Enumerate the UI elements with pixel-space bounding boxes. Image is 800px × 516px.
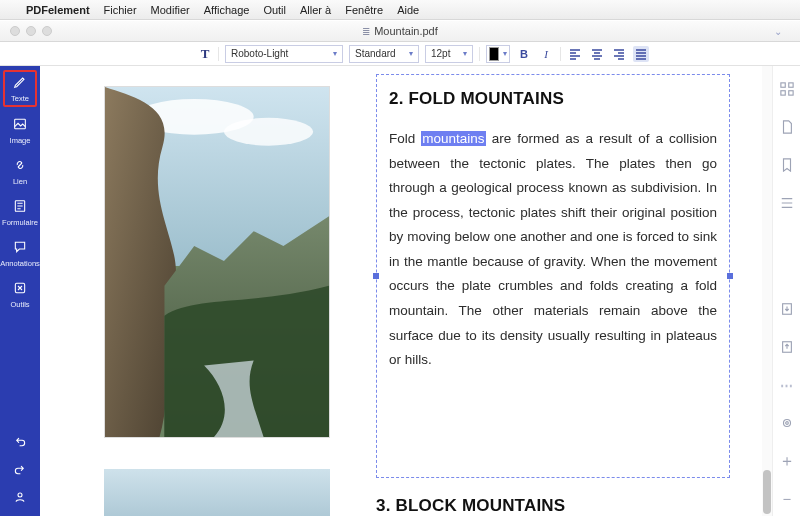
image-icon [12,116,28,135]
resize-handle-right[interactable] [727,273,733,279]
heading-number: 2. [389,89,404,108]
list-icon[interactable] [780,196,794,210]
app-name[interactable]: PDFelement [26,4,90,16]
menu-aller-a[interactable]: Aller à [300,4,331,16]
settings-icon[interactable] [780,416,794,430]
window-title: Mountain.pdf [374,25,438,37]
menu-aide[interactable]: Aide [397,4,419,16]
document-image-mountain [104,86,330,438]
bookmark-icon[interactable] [780,158,794,172]
font-size-select[interactable]: 12pt ▾ [425,45,473,63]
align-justify-button[interactable] [633,46,649,62]
window-close-button[interactable] [10,26,20,36]
selected-text: mountains [421,131,485,146]
svg-point-11 [785,422,788,425]
bold-button[interactable]: B [516,46,532,62]
svg-point-14 [224,118,313,146]
svg-rect-0 [15,119,26,128]
window-titlebar: ≣ Mountain.pdf ⌄ [0,20,800,42]
svg-point-3 [18,493,22,497]
font-family-value: Roboto-Light [231,48,288,59]
sidebar-label: Lien [13,177,27,186]
body-paragraph[interactable]: Fold mountains are formed as a result of… [389,127,717,373]
scrollbar-thumb[interactable] [763,470,771,514]
comment-icon [12,239,28,258]
menu-outil[interactable]: Outil [263,4,286,16]
sidebar-label: Image [10,136,31,145]
heading-number: 3. [376,496,391,515]
minus-icon[interactable]: － [780,492,794,506]
tools-icon [12,280,28,299]
color-swatch-icon [489,47,499,61]
svg-rect-4 [780,83,784,87]
text-edit-frame[interactable]: 2. FOLD MOUNTAINS Fold mountains are for… [376,74,730,478]
para-text: Fold [389,131,421,146]
sidebar-label: Annotations [0,259,40,268]
document-dirty-icon: ≣ [362,26,370,37]
menu-fichier[interactable]: Fichier [104,4,137,16]
format-toolbar: T Roboto-Light ▾ Standard ▾ 12pt ▾ ▾ B I [0,42,800,66]
svg-rect-6 [780,91,784,95]
align-center-button[interactable] [589,46,605,62]
window-minimize-button[interactable] [26,26,36,36]
sidebar-label: Outils [10,300,29,309]
chevron-down-icon: ▾ [333,49,337,58]
svg-point-10 [783,420,790,427]
page-icon[interactable] [780,120,794,134]
italic-button[interactable]: I [538,46,554,62]
info-icon[interactable]: ⋯ [780,378,794,392]
redo-button[interactable] [2,458,38,480]
para-text: are formed as a result of a collision be… [389,131,717,367]
left-sidebar: Texte Image Lien Formulaire Annotations … [0,66,40,516]
pencil-icon [12,74,28,93]
window-traffic-lights [10,26,52,36]
menu-affichage[interactable]: Affichage [204,4,250,16]
heading-text: FOLD MOUNTAINS [409,89,564,108]
pdf-page[interactable]: 2. FOLD MOUNTAINS Fold mountains are for… [40,66,772,516]
toolbar-divider [218,47,219,61]
toolbar-divider [560,47,561,61]
mac-menubar: PDFelement Fichier Modifier Affichage Ou… [0,0,800,20]
text-tool-icon[interactable]: T [198,46,212,62]
align-right-button[interactable] [611,46,627,62]
heading-text: BLOCK MOUNTAINS [396,496,566,515]
title-dropdown-icon[interactable]: ⌄ [774,26,782,37]
sidebar-label: Formulaire [2,218,38,227]
sidebar-item-formulaire[interactable]: Formulaire [2,195,38,230]
font-size-value: 12pt [431,48,450,59]
chevron-down-icon: ▾ [409,49,413,58]
font-family-select[interactable]: Roboto-Light ▾ [225,45,343,63]
export-icon[interactable] [780,302,794,316]
undo-button[interactable] [2,430,38,452]
sidebar-label: Texte [11,94,29,103]
right-rail: ⋯ ＋ － [772,66,800,516]
heading-block-mountains: 3. BLOCK MOUNTAINS [376,496,565,516]
thumbnails-icon[interactable] [780,82,794,96]
chevron-down-icon: ▾ [463,49,467,58]
sidebar-item-image[interactable]: Image [2,113,38,148]
menu-modifier[interactable]: Modifier [151,4,190,16]
svg-rect-5 [788,83,792,87]
sidebar-item-texte[interactable]: Texte [3,70,37,107]
document-image-block [104,469,330,516]
sidebar-item-outils[interactable]: Outils [2,277,38,312]
font-weight-value: Standard [355,48,396,59]
link-icon [12,157,28,176]
toolbar-divider [479,47,480,61]
resize-handle-left[interactable] [373,273,379,279]
form-icon [12,198,28,217]
svg-rect-7 [788,91,792,95]
align-left-button[interactable] [567,46,583,62]
plus-icon[interactable]: ＋ [780,454,794,468]
sidebar-item-lien[interactable]: Lien [2,154,38,189]
user-button[interactable] [2,486,38,508]
font-color-picker[interactable]: ▾ [486,45,510,63]
vertical-scrollbar[interactable] [762,66,772,516]
menu-fenetre[interactable]: Fenêtre [345,4,383,16]
save-icon[interactable] [780,340,794,354]
font-weight-select[interactable]: Standard ▾ [349,45,419,63]
chevron-down-icon: ▾ [503,49,507,58]
heading-fold-mountains: 2. FOLD MOUNTAINS [389,89,717,109]
sidebar-item-annotations[interactable]: Annotations [2,236,38,271]
window-zoom-button[interactable] [42,26,52,36]
